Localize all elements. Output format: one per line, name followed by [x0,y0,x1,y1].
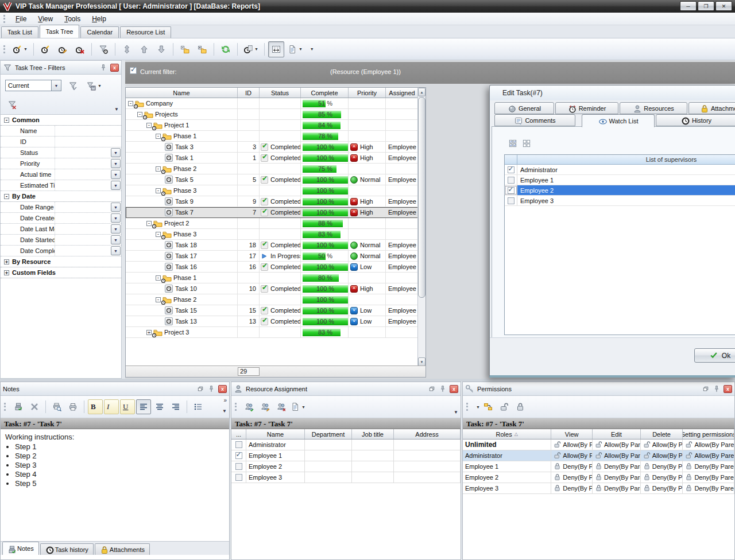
permission-cell[interactable]: Allow(By Parent) [551,450,593,461]
supervisor-row-employee-3[interactable]: Employee 3 [505,196,735,206]
align-left-button[interactable] [136,399,151,414]
menu-item-view[interactable]: View [32,13,59,25]
task-filter-button[interactable] [95,41,111,57]
scrollbar-thumb[interactable] [418,97,425,298]
restore-icon[interactable] [196,385,204,393]
collapse-icon[interactable]: - [146,123,152,128]
pin-icon[interactable] [207,385,215,393]
filter-field-value[interactable] [55,126,121,136]
delete-gray-button[interactable] [27,399,42,414]
tree-row-projects[interactable]: -Projects85 % [126,109,425,120]
permission-cell[interactable]: Deny(By Parent) [641,483,683,493]
column-header-id[interactable]: ID [238,88,260,98]
collapse-icon[interactable]: - [156,297,161,302]
bold-button[interactable]: B [88,399,103,414]
bullet-list-button[interactable] [191,399,206,414]
print-preview-button[interactable] [49,399,64,414]
tree-row-phase-1[interactable]: -Phase 178 % [126,131,425,142]
chevron-down-icon[interactable]: ▼ [301,405,305,409]
supervisors-column-header[interactable]: List of supervisors [517,155,735,164]
vertical-scrollbar[interactable]: ▲ ▼ [417,88,425,366]
view-tab-task-tree[interactable]: Task Tree [40,25,80,38]
column-header-priority[interactable]: Priority [349,88,386,98]
scroll-down-icon[interactable]: ▼ [418,357,425,366]
expand-icon[interactable]: + [4,270,9,275]
apply-filter-button[interactable] [66,78,80,94]
align-right-button[interactable] [168,399,183,414]
move-up-button[interactable] [136,41,152,57]
column-header-status[interactable]: Status [260,88,301,98]
permission-row-employee-2[interactable]: Employee 2Deny(By Parent)Deny(By Parent)… [463,472,734,483]
chevron-down-icon[interactable]: ▼ [24,47,28,51]
toolbar-grip[interactable] [4,403,6,411]
supervisor-checkbox[interactable] [508,197,514,204]
column-header-name[interactable]: Name [126,88,238,98]
underline-button[interactable]: U [120,399,135,414]
chevron-down-icon[interactable]: ▼ [111,213,121,223]
menu-item-file[interactable]: File [10,13,32,25]
clear-filter-button[interactable] [5,96,19,112]
current-filter-checkbox[interactable] [130,67,137,74]
chevron-down-icon[interactable]: ▼ [111,181,121,190]
tree-row-task-3[interactable]: Task 33Completed100 %˄HighEmployee 1 [126,142,425,153]
toolbar-overflow-icon[interactable]: ▼ [476,405,480,409]
filter-preset-combo[interactable]: Current ▼ [5,80,61,91]
fit-columns-button[interactable] [268,41,284,57]
save-filter-button[interactable]: ▼ [84,78,104,94]
edit-resource-button[interactable] [258,399,273,414]
column-header-assigned[interactable]: Assigned [386,88,419,98]
permission-row-employee-3[interactable]: Employee 3Deny(By Parent)Deny(By Parent)… [463,483,734,494]
collapse-icon[interactable]: - [156,188,161,193]
permission-cell[interactable]: Allow(By Parent) [641,450,683,461]
tree-row-phase-2[interactable]: -Phase 2100 % [126,294,425,305]
checkbox-column-header[interactable] [505,155,517,164]
tree-row-phase-1[interactable]: -Phase 180 % [126,273,425,283]
resource-row-employee-2[interactable]: Employee 2 [231,461,461,472]
dialog-tab-history[interactable]: History [656,114,735,126]
chevron-down-icon[interactable]: ▼ [111,224,121,234]
permission-cell[interactable]: Deny(By Parent) [593,461,641,472]
collapse-icon[interactable]: - [146,221,152,226]
restore-icon[interactable] [702,385,710,393]
move-rows-button[interactable] [119,41,135,57]
tree-row-task-15[interactable]: Task 1515Completed100 %˅LowEmployee 1 [126,305,425,316]
resource-checkbox[interactable] [235,474,242,481]
chevron-down-icon[interactable]: ▼ [254,47,258,51]
align-center-button[interactable] [152,399,167,414]
permissions-column-roles[interactable]: Roles△ [463,429,551,439]
tree-row-task-17[interactable]: Task 1717In Progress50 %NormalEmployee 1 [126,251,425,262]
expand-icon[interactable]: + [4,259,9,265]
chevron-down-icon[interactable]: ▼ [111,203,121,212]
resource-column-department[interactable]: Department [305,429,352,439]
tree-row-task-7[interactable]: Task 77Completed100 %˄HighEmployee 1 [126,207,425,218]
permissions-column-view[interactable]: View [551,429,593,439]
refresh-button[interactable] [218,41,234,57]
filter-section-by-resource[interactable]: +By Resource [1,256,121,267]
pin-icon[interactable] [713,385,721,393]
check-all-button[interactable] [507,138,519,148]
resource-column-job-title[interactable]: Job title [352,429,394,439]
permission-row-unlimited[interactable]: UnlimitedAllow(By Parent)Allow(By Parent… [463,440,734,450]
restore-icon[interactable] [428,385,436,393]
print-button[interactable] [65,399,80,414]
notes-tab-notes[interactable]: Notes [2,542,39,555]
move-down-button[interactable] [153,41,169,57]
filter-section-custom-fields[interactable]: +Custom Fields [1,267,121,278]
resource-checkbox[interactable] [235,441,242,448]
collapse-icon[interactable]: - [4,194,9,199]
supervisor-checkbox[interactable] [508,187,514,194]
copy-permissions-button[interactable] [481,399,496,414]
expand-icon[interactable]: + [146,330,152,335]
remove-resource-button[interactable] [274,399,289,414]
toolbar-overflow-icon[interactable]: ▼ [454,410,458,415]
view-tab-calendar[interactable]: Calendar [80,26,119,38]
tree-row-company[interactable]: -Company51 % [126,98,425,109]
permission-cell[interactable]: Deny(By Parent) [683,483,734,493]
resource-checkbox[interactable] [235,463,242,470]
permission-cell[interactable]: Deny(By Parent) [551,461,593,472]
restore-button[interactable]: ❐ [698,1,714,11]
chevron-down-icon[interactable]: ▼ [111,235,121,244]
tree-row-project-1[interactable]: -Project 184 % [126,120,425,131]
close-button[interactable]: ✕ [715,1,732,11]
resource-column-checkbox[interactable]: ... [231,429,246,439]
